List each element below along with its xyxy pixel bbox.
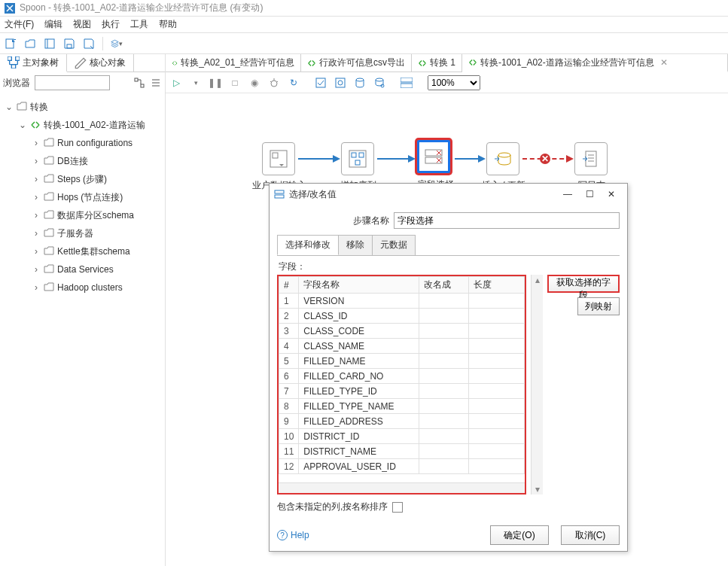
step-insert-update[interactable]: 插入 / 更新 <box>486 142 519 175</box>
get-fields-button[interactable]: 获取选择的字段 <box>547 275 620 293</box>
menu-bar: 文件(F) 编辑 视图 执行 工具 帮助 <box>0 17 728 33</box>
tree-child-2[interactable]: ›Steps (步骤) <box>32 170 165 188</box>
minimize-icon[interactable]: — <box>563 189 572 199</box>
chevron-right-icon[interactable]: › <box>32 282 41 293</box>
chevron-right-icon[interactable]: › <box>32 264 41 275</box>
expand-tree-icon[interactable] <box>133 77 145 89</box>
ws-tab-3-label: 转换-1001_A02-道路运输企业经营许可信息 <box>480 56 654 69</box>
col-rename[interactable]: 改名成 <box>419 277 469 294</box>
step-log[interactable]: 写日志 <box>574 142 608 175</box>
run-options-icon[interactable]: ▾ <box>190 77 202 89</box>
svg-rect-7 <box>16 56 20 60</box>
menu-run[interactable]: 执行 <box>102 18 120 31</box>
table-row[interactable]: 4CLASS_NAME <box>279 339 525 354</box>
menu-tools[interactable]: 工具 <box>130 18 148 31</box>
tab-main-tree[interactable]: 主对象树 <box>0 54 67 72</box>
table-row[interactable]: 12APPROVAL_USER_ID <box>279 459 525 474</box>
impact-icon[interactable] <box>334 77 346 89</box>
perspective-icon[interactable]: ▾ <box>111 38 123 50</box>
menu-file[interactable]: 文件(F) <box>5 18 34 31</box>
menu-edit[interactable]: 编辑 <box>44 18 62 31</box>
include-unspecified-checkbox[interactable] <box>392 502 403 513</box>
tab-remove[interactable]: 移除 <box>338 235 373 255</box>
step-select-values[interactable]: 字段选择 <box>417 140 450 173</box>
transformation-icon <box>307 59 316 68</box>
chevron-right-icon[interactable]: › <box>32 138 41 148</box>
explore-icon[interactable] <box>44 38 56 50</box>
tree-child-6[interactable]: ›Kettle集群schema <box>32 242 165 260</box>
col-fieldname[interactable]: 字段名称 <box>299 277 419 294</box>
maximize-icon[interactable]: ☐ <box>586 189 594 199</box>
table-row[interactable]: 3CLASS_CODE <box>279 324 525 339</box>
collapse-tree-icon[interactable] <box>150 77 162 89</box>
fields-table[interactable]: # 字段名称 改名成 长度 1VERSION2CLASS_ID3CLASS_CO… <box>277 275 526 494</box>
close-icon[interactable]: ✕ <box>608 189 615 199</box>
tree-child-3[interactable]: ›Hops (节点连接) <box>32 188 165 206</box>
table-row[interactable]: 5FILLED_NAME <box>279 354 525 369</box>
stop-icon[interactable]: □ <box>229 77 241 89</box>
column-mapping-button[interactable]: 列映射 <box>577 297 620 315</box>
tree-child-4[interactable]: ›数据库分区schema <box>32 206 165 224</box>
menu-view[interactable]: 视图 <box>73 18 91 31</box>
replay-icon[interactable]: ↻ <box>288 77 300 89</box>
tab-metadata[interactable]: 元数据 <box>372 235 416 255</box>
table-row[interactable]: 11DISTRICT_NAME <box>279 444 525 459</box>
open-icon[interactable] <box>24 38 36 50</box>
saveas-icon[interactable] <box>83 38 95 50</box>
tree-child-8[interactable]: ›Hadoop clusters <box>32 278 165 297</box>
debug-icon[interactable] <box>268 77 280 89</box>
col-num[interactable]: # <box>279 277 299 294</box>
cancel-button[interactable]: 取消(C) <box>561 525 620 545</box>
ws-tab-0[interactable]: 转换_A02_01_经营许可信息 <box>166 54 301 72</box>
table-row[interactable]: 6FILLED_CARD_NO <box>279 369 525 384</box>
chevron-right-icon[interactable]: › <box>32 228 41 239</box>
zoom-select[interactable]: 100% <box>428 75 480 90</box>
chevron-down-icon[interactable]: ⌄ <box>5 102 14 112</box>
tree-child-1[interactable]: ›DB连接 <box>32 152 165 170</box>
tree-child-5[interactable]: ›子服务器 <box>32 224 165 242</box>
step-name-input[interactable] <box>394 212 620 229</box>
close-icon[interactable]: ✕ <box>660 57 668 68</box>
show-results-icon[interactable] <box>401 77 413 89</box>
chevron-right-icon[interactable]: › <box>32 174 41 184</box>
save-icon[interactable] <box>63 38 75 50</box>
verify-icon[interactable] <box>315 77 327 89</box>
sql-icon[interactable] <box>354 77 366 89</box>
step-sequence[interactable]: 增加序列 <box>341 142 374 175</box>
chevron-right-icon[interactable]: › <box>32 156 41 166</box>
svg-point-34 <box>498 153 510 157</box>
ws-tab-2[interactable]: 转换 1 <box>412 54 462 72</box>
tab-select-modify[interactable]: 选择和修改 <box>277 235 339 255</box>
vertical-scrollbar[interactable]: ▴ ▾ <box>531 275 543 494</box>
run-icon[interactable]: ▷ <box>170 77 182 89</box>
tree-child-7[interactable]: ›Data Services <box>32 260 165 278</box>
preview-icon[interactable]: ◉ <box>248 77 260 89</box>
browser-search-input[interactable] <box>35 75 110 90</box>
chevron-down-icon[interactable]: ⌄ <box>18 120 27 130</box>
chevron-right-icon[interactable]: › <box>32 210 41 221</box>
horizontal-scrollbar[interactable] <box>279 482 525 493</box>
table-row[interactable]: 8FILLED_TYPE_NAME <box>279 399 525 414</box>
ws-tab-3[interactable]: 转换-1001_A02-道路运输企业经营许可信息 ✕ <box>462 54 728 72</box>
table-row[interactable]: 7FILLED_TYPE_ID <box>279 384 525 399</box>
table-row[interactable]: 1VERSION <box>279 294 525 309</box>
col-length[interactable]: 长度 <box>469 277 525 294</box>
tree-child-0[interactable]: ›Run configurations <box>32 134 165 152</box>
tab-core-objects[interactable]: 核心对象 <box>67 54 134 72</box>
help-button[interactable]: ? Help <box>277 530 309 540</box>
step-input[interactable]: 业户数据输入 <box>262 142 295 175</box>
table-row[interactable]: 2CLASS_ID <box>279 309 525 324</box>
table-row[interactable]: 9FILLED_ADDRESS <box>279 414 525 429</box>
menu-help[interactable]: 帮助 <box>159 18 177 31</box>
chevron-right-icon[interactable]: › <box>32 246 41 257</box>
tree-root[interactable]: ⌄ 转换 <box>5 98 165 116</box>
tree-trans[interactable]: ⌄ 转换-1001_A02-道路运输 <box>18 116 165 134</box>
ws-tab-1[interactable]: 行政许可信息csv导出 <box>301 54 412 72</box>
tab-core-objects-label: 核心对象 <box>90 56 126 69</box>
table-row[interactable]: 10DISTRICT_ID <box>279 429 525 444</box>
chevron-right-icon[interactable]: › <box>32 192 41 202</box>
pause-icon[interactable]: ❚❚ <box>209 77 221 89</box>
ok-button[interactable]: 确定(O) <box>490 525 549 545</box>
explore-db-icon[interactable] <box>373 77 385 89</box>
new-icon[interactable]: + <box>5 38 17 50</box>
